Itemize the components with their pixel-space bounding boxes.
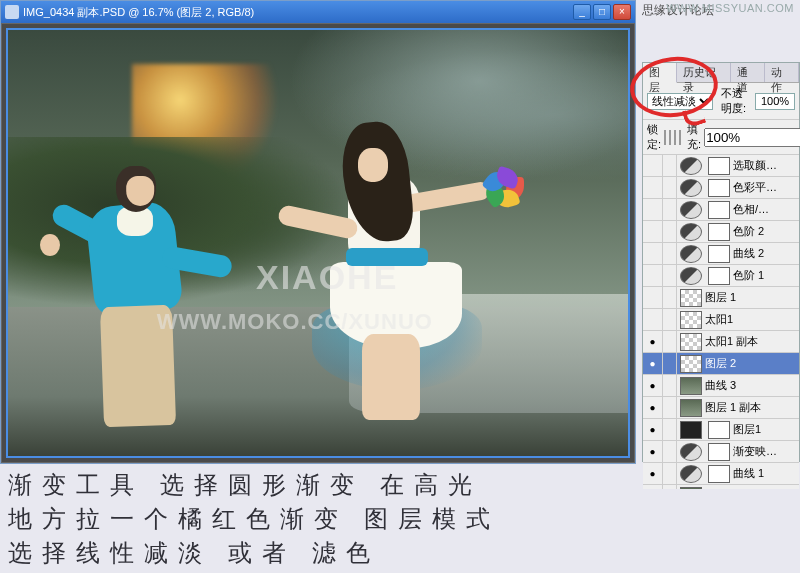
layer-thumb <box>680 289 702 307</box>
visibility-toggle[interactable] <box>643 199 663 221</box>
pinwheel-icon <box>484 168 524 208</box>
maximize-button[interactable]: □ <box>593 4 611 20</box>
close-button[interactable]: × <box>613 4 631 20</box>
tab-1[interactable]: 历史记录 <box>677 63 732 82</box>
titlebar[interactable]: IMG_0434 副本.PSD @ 16.7% (图层 2, RGB/8) _ … <box>1 1 635 23</box>
layer-name: 太阳1 <box>705 312 799 327</box>
instructions: 渐变工具 选择圆形渐变 在高光 地方拉一个橘红色渐变 图层模式 选择线性减淡 或… <box>8 468 792 570</box>
layer-mask-thumb <box>708 179 730 197</box>
layer-mask-thumb <box>708 421 730 439</box>
watermark-line1: XIAOHE <box>256 260 398 294</box>
layer-mask-thumb <box>708 443 730 461</box>
layer-name: 图层 2 <box>705 356 799 371</box>
layer-name: 色彩平… <box>733 180 799 195</box>
image-frame: XIAOHE WWW.MOKO.CC/XUNUO <box>6 28 630 458</box>
link-col <box>663 419 677 441</box>
layer-row[interactable]: 色相/… <box>643 199 799 221</box>
layer-name: 色阶 1 <box>733 268 799 283</box>
layer-row[interactable]: ●渐变映… <box>643 441 799 463</box>
visibility-toggle[interactable]: ● <box>643 331 663 353</box>
lock-position-icon[interactable] <box>674 130 676 145</box>
layer-row[interactable]: ●太阳1 副本 <box>643 331 799 353</box>
header-url: WWW.MISSYUAN.COM <box>666 2 794 14</box>
link-col <box>663 397 677 419</box>
link-col <box>663 199 677 221</box>
layer-mask-thumb <box>708 223 730 241</box>
layer-row[interactable]: 曲线 2 <box>643 243 799 265</box>
layer-name: 曲线 2 <box>733 246 799 261</box>
document-window: IMG_0434 副本.PSD @ 16.7% (图层 2, RGB/8) _ … <box>0 0 636 464</box>
blend-mode-select[interactable]: 线性减淡 <box>647 93 713 110</box>
layer-row[interactable]: ●曲线 3 <box>643 375 799 397</box>
visibility-toggle[interactable]: ● <box>643 353 663 375</box>
link-col <box>663 441 677 463</box>
layer-row[interactable]: 图层 1 <box>643 287 799 309</box>
opacity-input[interactable] <box>755 93 795 110</box>
app-icon <box>5 5 19 19</box>
lock-row: 锁定: 填充: <box>643 120 799 155</box>
visibility-toggle[interactable] <box>643 177 663 199</box>
visibility-toggle[interactable]: ● <box>643 375 663 397</box>
link-col <box>663 309 677 331</box>
tab-0[interactable]: 图层 <box>643 63 677 83</box>
layer-thumb <box>680 399 702 417</box>
layer-thumb <box>680 201 702 219</box>
visibility-toggle[interactable] <box>643 221 663 243</box>
layer-name: 色阶 2 <box>733 224 799 239</box>
instruction-line-1: 渐变工具 选择圆形渐变 在高光 <box>8 468 792 502</box>
link-col <box>663 375 677 397</box>
layer-row[interactable]: ●图层1 <box>643 419 799 441</box>
minimize-button[interactable]: _ <box>573 4 591 20</box>
layer-thumb <box>680 223 702 241</box>
layer-row[interactable]: ●图层 2 <box>643 353 799 375</box>
link-col <box>663 287 677 309</box>
man-figure <box>70 156 210 426</box>
visibility-toggle[interactable]: ● <box>643 397 663 419</box>
tab-3[interactable]: 动作 <box>765 63 799 82</box>
layer-row[interactable]: 色阶 2 <box>643 221 799 243</box>
fill-label: 填充: <box>687 122 701 152</box>
link-col <box>663 243 677 265</box>
layer-name: 色相/… <box>733 202 799 217</box>
layer-thumb <box>680 179 702 197</box>
lock-all-icon[interactable] <box>679 130 681 145</box>
visibility-toggle[interactable] <box>643 155 663 177</box>
layer-thumb <box>680 333 702 351</box>
visibility-toggle[interactable]: ● <box>643 419 663 441</box>
lock-label: 锁定: <box>647 122 661 152</box>
layer-thumb <box>680 157 702 175</box>
layer-mask-thumb <box>708 245 730 263</box>
layer-name: 图层 1 副本 <box>705 400 799 415</box>
layer-row[interactable]: 太阳1 <box>643 309 799 331</box>
layer-row[interactable]: 色阶 1 <box>643 265 799 287</box>
visibility-toggle[interactable] <box>643 309 663 331</box>
layer-row[interactable]: ●图层 1 副本 <box>643 397 799 419</box>
visibility-toggle[interactable]: ● <box>643 441 663 463</box>
layer-row[interactable]: 选取颜… <box>643 155 799 177</box>
layers-panel: 图层历史记录通道动作 线性减淡 不透明度: 锁定: 填充: 选取颜…色彩平…色相… <box>642 62 800 462</box>
link-col <box>663 265 677 287</box>
layer-thumb <box>680 377 702 395</box>
instruction-line-2: 地方拉一个橘红色渐变 图层模式 <box>8 502 792 536</box>
layer-thumb <box>680 355 702 373</box>
lock-transparency-icon[interactable] <box>664 130 666 145</box>
watermark-line2: WWW.MOKO.CC/XUNUO <box>157 311 433 333</box>
visibility-toggle[interactable] <box>643 265 663 287</box>
layer-thumb <box>680 245 702 263</box>
link-col <box>663 177 677 199</box>
link-col <box>663 221 677 243</box>
layer-name: 图层 1 <box>705 290 799 305</box>
layer-name: 太阳1 副本 <box>705 334 799 349</box>
layers-list[interactable]: 选取颜…色彩平…色相/…色阶 2曲线 2色阶 1图层 1太阳1●太阳1 副本●图… <box>643 155 799 489</box>
layer-row[interactable]: 色彩平… <box>643 177 799 199</box>
visibility-toggle[interactable] <box>643 243 663 265</box>
tab-2[interactable]: 通道 <box>731 63 765 82</box>
layer-name: 图层1 <box>733 422 799 437</box>
instruction-line-3: 选择线性减淡 或者 滤色 <box>8 536 792 570</box>
lock-pixels-icon[interactable] <box>669 130 671 145</box>
canvas-area[interactable]: XIAOHE WWW.MOKO.CC/XUNUO <box>2 24 634 462</box>
opacity-label: 不透明度: <box>721 86 751 116</box>
visibility-toggle[interactable] <box>643 287 663 309</box>
layer-mask-thumb <box>708 201 730 219</box>
fill-input[interactable] <box>704 128 800 147</box>
